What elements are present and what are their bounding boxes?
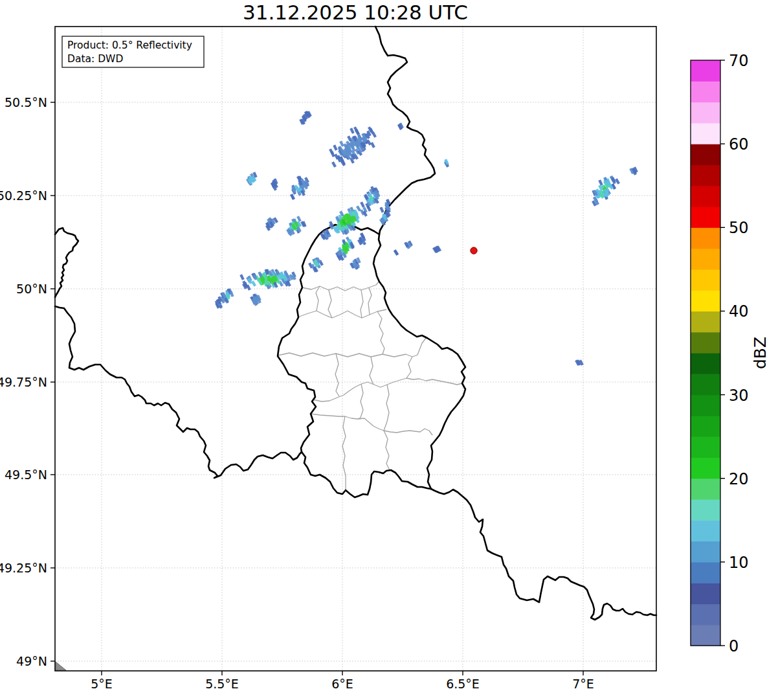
colorbar-segment — [691, 207, 720, 228]
y-tick-label: 49.25°N — [0, 561, 47, 575]
x-tick-label: 6°E — [331, 677, 353, 691]
y-tick-label: 49.5°N — [5, 468, 47, 482]
colorbar-tick-label: 50 — [729, 219, 749, 237]
y-tick-label: 49.75°N — [0, 375, 47, 389]
x-tick-label: 7°E — [572, 677, 594, 691]
colorbar-segment — [691, 186, 720, 207]
colorbar-tick-label: 30 — [729, 387, 749, 405]
colorbar-segment — [691, 60, 720, 82]
location-marker — [471, 247, 477, 254]
x-tick-label: 5°E — [91, 677, 113, 691]
colorbar-segment — [691, 583, 720, 604]
colorbar-tick-label: 70 — [729, 52, 749, 70]
weather-radar-figure: 5°E5.5°E6°E6.5°E7°E50.5°N50.25°N50°N49.7… — [0, 0, 778, 700]
colorbar-segment — [691, 625, 720, 646]
colorbar-segment — [691, 290, 720, 311]
colorbar-segments — [691, 60, 720, 646]
colorbar-segment — [691, 562, 720, 583]
colorbar-segment — [691, 164, 720, 186]
colorbar-tick-label: 40 — [729, 302, 749, 321]
colorbar-segment — [691, 541, 720, 563]
colorbar-segment — [691, 395, 720, 416]
radar-map-canvas: 5°E5.5°E6°E6.5°E7°E50.5°N50.25°N50°N49.7… — [0, 0, 778, 700]
product-info-box: Product: 0.5° Reflectivity Data: DWD — [62, 36, 204, 67]
colorbar-segment — [691, 604, 720, 625]
colorbar-segment — [691, 416, 720, 437]
colorbar-segment — [691, 457, 720, 479]
colorbar-segment — [691, 269, 720, 291]
colorbar-segment — [691, 520, 720, 541]
colorbar: 010203040506070 dBZ — [691, 52, 770, 655]
colorbar-segment — [691, 436, 720, 458]
map-panel: 5°E5.5°E6°E6.5°E7°E50.5°N50.25°N50°N49.7… — [0, 1, 656, 691]
colorbar-tick-label: 10 — [729, 554, 749, 572]
colorbar-tick-label: 60 — [729, 135, 749, 153]
y-tick-label: 50.5°N — [5, 95, 47, 109]
product-line: Product: 0.5° Reflectivity — [67, 40, 192, 51]
colorbar-segment — [691, 353, 720, 374]
colorbar-segment — [691, 374, 720, 395]
colorbar-ticks: 010203040506070 — [720, 52, 749, 655]
colorbar-segment — [691, 332, 720, 354]
colorbar-segment — [691, 81, 720, 102]
y-tick-label: 49°N — [16, 654, 47, 668]
colorbar-segment — [691, 479, 720, 500]
colorbar-segment — [691, 249, 720, 270]
colorbar-segment — [691, 499, 720, 521]
colorbar-segment — [691, 102, 720, 124]
colorbar-segment — [691, 123, 720, 144]
colorbar-tick-label: 0 — [729, 637, 739, 655]
x-tick-label: 6.5°E — [446, 677, 480, 691]
colorbar-tick-label: 20 — [729, 470, 749, 488]
figure-title: 31.12.2025 10:28 UTC — [243, 1, 468, 24]
y-tick-label: 50.25°N — [0, 188, 47, 203]
colorbar-segment — [691, 144, 720, 165]
colorbar-segment — [691, 311, 720, 332]
data-source-line: Data: DWD — [67, 53, 123, 65]
x-tick-label: 5.5°E — [205, 677, 239, 691]
colorbar-segment — [691, 227, 720, 249]
y-tick-label: 50°N — [16, 282, 47, 296]
map-background — [55, 27, 656, 671]
colorbar-unit-label: dBZ — [751, 337, 770, 369]
